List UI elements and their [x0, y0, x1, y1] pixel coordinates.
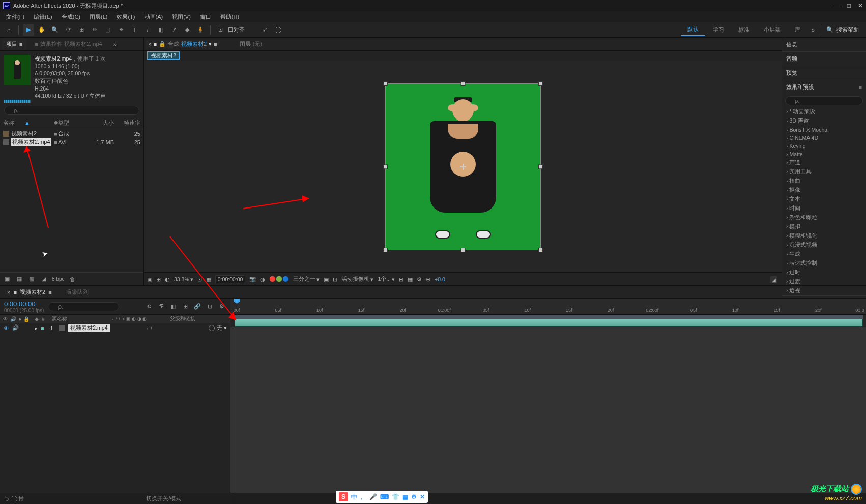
effect-category[interactable]: 模糊和锐化 — [782, 231, 866, 241]
snapshot-button[interactable]: 📷 — [249, 276, 256, 282]
effect-category[interactable]: CINEMA 4D — [782, 134, 866, 142]
timeline-timecode[interactable]: 0:00:00:00 — [4, 300, 44, 308]
ime-close-icon[interactable]: ✕ — [420, 493, 425, 500]
snap-expand-icon[interactable]: ⤢ — [259, 24, 270, 36]
effect-category[interactable]: 模拟 — [782, 222, 866, 231]
maximize-button[interactable]: □ — [847, 2, 851, 9]
workspace-small[interactable]: 小屏幕 — [758, 24, 787, 36]
menu-view[interactable]: 视图(V) — [168, 12, 195, 22]
pickwhip-icon[interactable] — [209, 325, 215, 331]
ime-lang[interactable]: 中 — [351, 493, 357, 501]
toggle-switches-button[interactable]: 切换开关/模式 — [146, 495, 181, 502]
eraser-tool[interactable]: ↗ — [168, 24, 180, 36]
parent-dropdown[interactable]: 无 ▾ — [217, 324, 227, 332]
layer-visibility-toggle[interactable]: 👁 — [3, 325, 9, 331]
puppet-tool[interactable]: 🧍 — [195, 24, 206, 36]
time-ruler[interactable]: 00f05f10f15f20f01:00f05f10f15f20f02:00f0… — [230, 299, 866, 314]
view2-icon[interactable]: ⊡ — [333, 276, 337, 282]
transform-handle[interactable] — [384, 82, 387, 85]
cti-line[interactable] — [235, 315, 235, 504]
mask-toggle[interactable]: ◐ — [165, 276, 170, 282]
tab-composition[interactable]: × ■ 🔒 合成 视频素材2 ▾ ≡ — [146, 40, 219, 48]
timeline-track-area[interactable] — [230, 315, 866, 504]
panel-audio[interactable]: 音频 — [782, 52, 866, 66]
clone-tool[interactable]: ◧ — [155, 24, 166, 36]
search-help-input[interactable]: 搜索帮助 — [836, 26, 859, 34]
selection-tool[interactable]: ▶ — [23, 24, 34, 36]
menu-window[interactable]: 窗口 — [196, 12, 215, 22]
anchor-point-icon[interactable] — [460, 164, 466, 170]
transform-handle[interactable] — [461, 82, 465, 85]
effect-category[interactable]: 声道 — [782, 158, 866, 167]
layer-switches[interactable]: ♀ / — [146, 325, 201, 331]
transform-handle[interactable] — [384, 248, 387, 252]
extra2-icon[interactable]: ▦ — [408, 276, 413, 282]
menu-effect[interactable]: 效果(T) — [112, 12, 139, 22]
status-icon-3[interactable]: 骨 — [18, 495, 24, 502]
panel-info[interactable]: 信息 — [782, 38, 866, 51]
ime-settings-icon[interactable]: ⚙ — [411, 493, 417, 500]
resolution-icon[interactable]: ⊡ — [197, 276, 202, 282]
shape-tool[interactable]: ▢ — [102, 24, 113, 36]
minimize-button[interactable]: — — [834, 2, 840, 9]
panel-resize-icon[interactable]: ◢ — [770, 276, 777, 283]
panel-preview[interactable]: 预览 — [782, 66, 866, 80]
new-folder-button[interactable]: ▦ — [15, 275, 23, 283]
ime-toolbar[interactable]: S 中 、 🎤 ⌨ 👕 ▦ ⚙ ✕ — [336, 491, 428, 503]
exposure-value[interactable]: +0.0 — [435, 276, 445, 282]
effect-category[interactable]: 沉浸式视频 — [782, 241, 866, 250]
extra3-icon[interactable]: ⚙ — [417, 276, 422, 282]
panel-effects-presets[interactable]: 效果和预设≡ — [782, 80, 866, 94]
delete-button[interactable]: 🗑 — [68, 275, 76, 283]
menu-help[interactable]: 帮助(H) — [216, 12, 243, 22]
effect-category[interactable]: Matte — [782, 150, 866, 158]
effect-category[interactable]: 实用工具 — [782, 167, 866, 176]
effect-category[interactable]: Boris FX Mocha — [782, 126, 866, 134]
effect-category[interactable]: 生成 — [782, 250, 866, 259]
timeline-tab-comp[interactable]: × ■ 视频素材2 ≡ — [4, 287, 55, 297]
footage-layer[interactable] — [386, 84, 540, 250]
project-settings-button[interactable]: ◢ — [40, 275, 48, 283]
alpha-toggle[interactable]: ▣ — [147, 276, 152, 282]
camera-dropdown[interactable]: 活动摄像机 ▾ — [341, 276, 373, 283]
tl-tool-7[interactable]: ⚙ — [217, 303, 226, 310]
ime-keyboard-icon[interactable]: ⌨ — [380, 493, 389, 500]
workspace-standard[interactable]: 标准 — [732, 24, 756, 36]
effect-category[interactable]: Keying — [782, 142, 866, 150]
tl-tool-4[interactable]: ⊞ — [181, 303, 190, 310]
composition-viewer[interactable] — [144, 61, 782, 272]
ime-skin-icon[interactable]: 👕 — [392, 493, 399, 500]
viewer-timecode[interactable]: 0:00:00:00 — [215, 275, 246, 283]
new-comp-button[interactable]: ▧ — [27, 275, 36, 283]
tab-effect-controls[interactable]: ■ 效果控件 视频素材2.mp4 — [31, 38, 106, 50]
project-item-video[interactable]: 视频素材2.mp4 ■ AVI 1.7 MB 25 — [0, 138, 143, 146]
sogou-icon[interactable]: S — [339, 492, 348, 501]
snap-toggle[interactable]: ⊡ — [215, 24, 226, 36]
tab-project[interactable]: 项目 ≡ — [2, 38, 26, 50]
comp-flowchart-tag[interactable]: 视频素材2 — [147, 51, 180, 60]
effect-category[interactable]: 过时 — [782, 268, 866, 277]
tl-tool-2[interactable]: 🗗 — [156, 303, 165, 310]
effect-category[interactable]: 杂色和颗粒 — [782, 213, 866, 222]
effect-category[interactable]: 扭曲 — [782, 176, 866, 186]
effect-category[interactable]: 过渡 — [782, 277, 866, 286]
transform-handle[interactable] — [461, 248, 465, 252]
transform-handle[interactable] — [539, 165, 542, 168]
project-search-input[interactable] — [4, 106, 139, 115]
rgb-button[interactable]: 🔴🟢🔵 — [269, 276, 289, 282]
tl-tool-6[interactable]: ⊡ — [205, 303, 214, 310]
effect-category[interactable]: 表达式控制 — [782, 259, 866, 268]
text-tool[interactable]: T — [129, 24, 140, 36]
transform-handle[interactable] — [539, 82, 542, 85]
hand-tool[interactable]: ✋ — [36, 24, 47, 36]
menu-animation[interactable]: 动画(A) — [140, 12, 167, 22]
extra1-icon[interactable]: ⊞ — [399, 276, 403, 282]
timeline-search-input[interactable] — [48, 302, 119, 311]
snap-fullscreen-icon[interactable]: ⛶ — [272, 24, 283, 36]
pixel-grid-icon[interactable]: ▦ — [206, 276, 211, 282]
effects-search-input[interactable] — [785, 96, 863, 105]
transform-handle[interactable] — [384, 165, 387, 168]
work-area-bar[interactable] — [234, 315, 863, 319]
camera-tool[interactable]: ⊞ — [76, 24, 87, 36]
grid-toggle[interactable]: ⊞ — [156, 276, 161, 282]
